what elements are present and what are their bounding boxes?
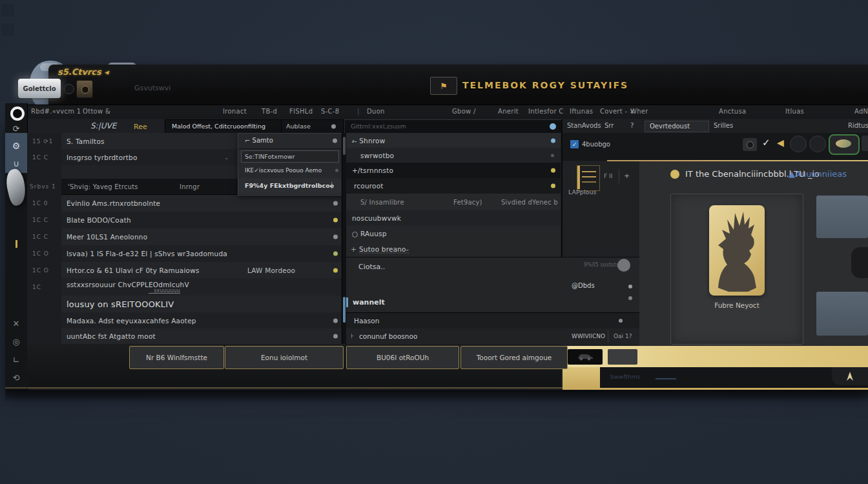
cursor-arrow-icon [845, 372, 854, 381]
tab-selected-box[interactable]: Oevrtedoust [645, 121, 709, 132]
tree-row[interactable]: + Sutoo breano- [346, 241, 561, 257]
card-plus-icon[interactable]: + [624, 172, 630, 180]
gear-icon[interactable]: ⚙ [5, 141, 27, 151]
at-icon[interactable]: ◎ [5, 337, 27, 347]
camera-icon[interactable] [76, 80, 93, 98]
menu-item-14[interactable]: Itluas [785, 108, 804, 115]
undo-icon[interactable]: ⟲ [5, 373, 27, 383]
menu-item-13[interactable]: Anctusa [719, 108, 746, 115]
notice-link[interactable]: ▲Auuunniieas [789, 169, 847, 179]
tab-ridtus[interactable]: Ridtus [848, 122, 868, 129]
table-row[interactable]: Insgrso tyrbrdtortbo ⌄ [61, 149, 238, 166]
group-bottom-row[interactable]: ⊦ conunuf boosnoo WWIVIICNO Oai 1? [346, 328, 639, 345]
search-input[interactable]: Gittrnl:xxxl,zsusm [344, 119, 562, 134]
dropdown-tick: | [331, 181, 333, 188]
dropdown-item-label: IKE✓iscxvous Poouo Aemo [245, 167, 322, 174]
aux-header-dot [331, 125, 336, 129]
group-status-2[interactable]: Oai 1? [614, 333, 632, 339]
menu-item-15[interactable]: AdN [854, 108, 868, 115]
cursor-button[interactable] [832, 367, 868, 385]
gutter-label: 15 ⟳1 [32, 138, 54, 145]
table-row[interactable]: Meer 10LS1 Aneolonno [61, 228, 342, 246]
table-row[interactable]: sstxxsrsouuur ChvCPPLEOdmlcuhV ﹍sxuuuuuu [61, 278, 342, 296]
dropdown-item[interactable]: F9%4y FEkxtbgrdtrolbcoe | [238, 178, 342, 194]
round-tool-icon-2[interactable] [809, 136, 826, 152]
menu-item-3[interactable]: TB-d [262, 108, 277, 115]
side-thumbnail-2[interactable] [816, 292, 868, 336]
menu-item-4[interactable]: FISHLd [289, 108, 313, 115]
side-thumbnail-1[interactable] [816, 196, 868, 238]
group-title: Ciotsa.. [358, 263, 385, 271]
portrait-card[interactable]: Fubre Neyoct [670, 194, 803, 345]
column-header-box[interactable]: Malod Offest, Cditcruoonfilting [165, 119, 282, 134]
table-row[interactable]: Blate BODO/Coath [61, 212, 342, 229]
menu-item-12[interactable]: Wher [630, 108, 648, 115]
scrollbar-thumb-top[interactable] [343, 137, 346, 155]
tab-help[interactable]: ? [630, 122, 634, 129]
menu-item-2[interactable]: Ironact [223, 108, 247, 115]
gold-label[interactable]: Ree [134, 123, 147, 131]
table-row[interactable]: Madaxa. Adst eeyuxaxcahfes Aaotep [61, 312, 342, 329]
tree-row[interactable]: rcouroot [346, 178, 561, 194]
arc-icon[interactable]: ∪ [5, 159, 27, 168]
menu-item-0[interactable]: Rbd#.«vvcm 1 [31, 108, 81, 115]
gray-button[interactable] [608, 349, 637, 365]
footer-button-1[interactable]: Nr B6 Winlfsmstte [129, 346, 224, 369]
card-caption-divider [619, 169, 619, 183]
tree-row[interactable]: +/tsrnnnsto [346, 163, 561, 179]
dropdown-input[interactable]: Se:TlNFotxmowr [241, 150, 339, 163]
tree-row[interactable]: ○ RAuusp [346, 226, 561, 241]
status-orb-icon[interactable] [64, 84, 74, 94]
angle-icon[interactable]: ∟ [5, 355, 27, 365]
table-row[interactable]: Hrtor.co & 61 Ulavi cF 0ty Ramuaiows LAW… [61, 262, 342, 279]
menu-item-7[interactable]: Gbow / [452, 108, 476, 115]
dropdown-item[interactable]: IKE✓iscxvous Poouo Aemo [238, 163, 342, 179]
table-row[interactable]: Isvaa) 1 IS Fla-d-e32 El | sShvs wr3aodo… [61, 245, 342, 263]
tab-srilles[interactable]: Srilles [714, 122, 733, 129]
row-label: S. Tamiltos [67, 137, 105, 145]
gold-card-icon[interactable] [577, 165, 600, 191]
tree-row-label: rcouroot [354, 182, 384, 190]
aux-header-box[interactable]: Aublase [281, 119, 344, 134]
camera-tool-icon[interactable] [743, 138, 757, 151]
car-button[interactable] [568, 349, 603, 365]
menu-item-8[interactable]: Anerit [498, 108, 519, 115]
menu-item-5[interactable]: S-C-8 [321, 108, 339, 115]
menu-item-1[interactable]: Ottow & [83, 108, 110, 115]
tab-stanavods[interactable]: StanAvods [567, 122, 601, 129]
pet-tool-icon[interactable] [829, 134, 860, 155]
check-tool-icon[interactable]: ✓ [762, 137, 770, 148]
chevron-down-icon[interactable]: ⌄ [224, 154, 229, 161]
row-label: uuntAbc fst Atgatto moot [67, 332, 156, 340]
scrollbar-thumb[interactable] [343, 297, 346, 323]
row-status-dot [333, 268, 338, 272]
refresh-icon[interactable]: ⟳ [5, 124, 27, 134]
record-icon[interactable] [10, 106, 25, 121]
tree-row[interactable]: noscuubwvwk [346, 210, 561, 227]
close-icon[interactable]: ✕ [5, 319, 27, 328]
dropdown-item[interactable]: ⌐ Samto [238, 134, 342, 149]
gold-triangle-icon[interactable]: ◀ [777, 137, 784, 148]
round-tool-icon-1[interactable] [790, 136, 807, 152]
tree-row[interactable]: swrwotbo [346, 148, 561, 163]
clipped-tool-icon[interactable] [862, 136, 868, 151]
footer-button-3[interactable]: BU06I otRoOUh [346, 346, 459, 369]
table-row[interactable]: uuntAbc fst Atgatto moot [61, 328, 342, 345]
group-avatar-circle[interactable] [617, 259, 630, 272]
dropdown-item-label: ⌐ Samto [245, 137, 273, 144]
checkbox[interactable]: ✓ [570, 139, 579, 149]
brush-blob-icon[interactable] [3, 167, 30, 207]
tooltip-button[interactable]: Golettclo [18, 79, 61, 98]
menu-item-9[interactable]: Intlesfor C [528, 108, 564, 115]
menu-item-6[interactable]: Duon [367, 108, 385, 115]
group-row[interactable]: Haason [346, 312, 639, 330]
gold-square[interactable] [563, 367, 600, 388]
tab-srr[interactable]: Srr [604, 122, 614, 129]
table-row[interactable]: Evinlio Ams.rtnxrotbnolnte [61, 195, 342, 212]
tree-row[interactable]: ⸗- Shnrow [346, 133, 561, 148]
menu-item-10[interactable]: Iftunas [570, 108, 593, 115]
footer-button-4[interactable]: Tooort Gored aimgoue [460, 346, 568, 369]
scrollbar[interactable] [342, 133, 346, 344]
footer-button-2[interactable]: Eonu ioiolmot [225, 346, 344, 369]
table-row[interactable]: lousuy on sREITOOOKLIV [61, 296, 342, 313]
